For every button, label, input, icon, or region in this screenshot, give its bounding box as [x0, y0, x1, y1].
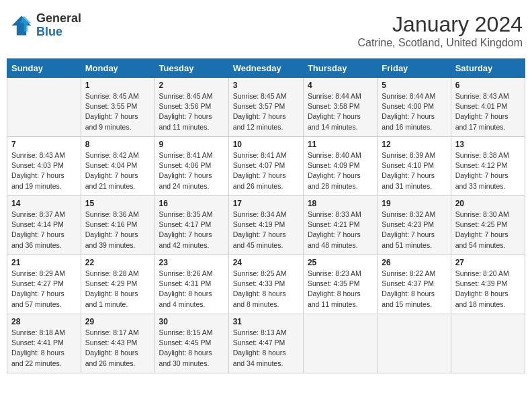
day-number: 6 [455, 81, 521, 90]
calendar-cell: 9Sunrise: 8:41 AMSunset: 4:06 PMDaylight… [154, 137, 228, 196]
day-info: Sunrise: 8:26 AMSunset: 4:31 PMDaylight:… [159, 269, 224, 310]
logo-text: General Blue [36, 12, 81, 39]
day-number: 21 [11, 258, 77, 267]
calendar-cell: 14Sunrise: 8:37 AMSunset: 4:14 PMDayligh… [7, 196, 81, 255]
calendar-cell: 6Sunrise: 8:43 AMSunset: 4:01 PMDaylight… [451, 78, 525, 137]
calendar-cell: 1Sunrise: 8:45 AMSunset: 3:55 PMDaylight… [81, 78, 154, 137]
calendar-cell: 16Sunrise: 8:35 AMSunset: 4:17 PMDayligh… [154, 196, 228, 255]
calendar-cell: 25Sunrise: 8:23 AMSunset: 4:35 PMDayligh… [303, 255, 377, 314]
day-info: Sunrise: 8:13 AMSunset: 4:47 PMDaylight:… [233, 328, 299, 369]
calendar-cell: 26Sunrise: 8:22 AMSunset: 4:37 PMDayligh… [378, 255, 451, 314]
header-row: SundayMondayTuesdayWednesdayThursdayFrid… [7, 59, 525, 78]
location-title: Catrine, Scotland, United Kingdom [358, 37, 523, 49]
day-number: 11 [308, 140, 373, 149]
calendar-cell: 13Sunrise: 8:38 AMSunset: 4:12 PMDayligh… [451, 137, 525, 196]
day-number: 13 [455, 140, 521, 149]
svg-marker-0 [12, 15, 32, 35]
calendar-cell: 27Sunrise: 8:20 AMSunset: 4:39 PMDayligh… [451, 255, 525, 314]
calendar-cell: 7Sunrise: 8:43 AMSunset: 4:03 PMDaylight… [7, 137, 81, 196]
day-info: Sunrise: 8:28 AMSunset: 4:29 PMDaylight:… [85, 269, 150, 310]
day-info: Sunrise: 8:22 AMSunset: 4:37 PMDaylight:… [382, 269, 446, 310]
day-number: 2 [159, 81, 224, 90]
day-number: 25 [308, 258, 373, 267]
week-row-2: 7Sunrise: 8:43 AMSunset: 4:03 PMDaylight… [7, 137, 525, 196]
day-number: 15 [85, 199, 150, 208]
calendar-cell: 8Sunrise: 8:42 AMSunset: 4:04 PMDaylight… [81, 137, 154, 196]
calendar-cell: 12Sunrise: 8:39 AMSunset: 4:10 PMDayligh… [378, 137, 451, 196]
day-info: Sunrise: 8:39 AMSunset: 4:10 PMDaylight:… [382, 150, 446, 191]
logo-blue-text: Blue [36, 26, 81, 39]
day-info: Sunrise: 8:30 AMSunset: 4:25 PMDaylight:… [455, 210, 521, 250]
day-number: 3 [233, 81, 299, 90]
day-info: Sunrise: 8:41 AMSunset: 4:06 PMDaylight:… [159, 150, 224, 191]
day-info: Sunrise: 8:45 AMSunset: 3:57 PMDaylight:… [233, 91, 299, 132]
day-number: 19 [382, 199, 446, 208]
calendar-cell [7, 78, 81, 137]
calendar-cell: 11Sunrise: 8:40 AMSunset: 4:09 PMDayligh… [303, 137, 377, 196]
calendar-table: SundayMondayTuesdayWednesdayThursdayFrid… [7, 58, 525, 373]
header-day-thursday: Thursday [303, 59, 377, 78]
calendar-cell: 18Sunrise: 8:33 AMSunset: 4:21 PMDayligh… [303, 196, 377, 255]
day-number: 31 [233, 317, 299, 326]
day-number: 20 [455, 199, 521, 208]
day-number: 10 [233, 140, 299, 149]
day-number: 27 [455, 258, 521, 267]
day-info: Sunrise: 8:37 AMSunset: 4:14 PMDaylight:… [11, 210, 77, 250]
week-row-1: 1Sunrise: 8:45 AMSunset: 3:55 PMDaylight… [7, 78, 525, 137]
calendar-cell: 15Sunrise: 8:36 AMSunset: 4:16 PMDayligh… [81, 196, 154, 255]
day-info: Sunrise: 8:29 AMSunset: 4:27 PMDaylight:… [11, 269, 77, 310]
day-info: Sunrise: 8:23 AMSunset: 4:35 PMDaylight:… [308, 269, 373, 310]
calendar-cell: 22Sunrise: 8:28 AMSunset: 4:29 PMDayligh… [81, 255, 154, 314]
calendar-cell: 28Sunrise: 8:18 AMSunset: 4:41 PMDayligh… [7, 314, 81, 373]
week-row-4: 21Sunrise: 8:29 AMSunset: 4:27 PMDayligh… [7, 255, 525, 314]
day-number: 4 [308, 81, 373, 90]
day-info: Sunrise: 8:42 AMSunset: 4:04 PMDaylight:… [85, 150, 150, 191]
day-number: 1 [85, 81, 150, 90]
header-day-tuesday: Tuesday [154, 59, 228, 78]
calendar-cell: 24Sunrise: 8:25 AMSunset: 4:33 PMDayligh… [228, 255, 303, 314]
page-header: General Blue January 2024 Catrine, Scotl… [7, 7, 525, 54]
week-row-5: 28Sunrise: 8:18 AMSunset: 4:41 PMDayligh… [7, 314, 525, 373]
calendar-cell: 20Sunrise: 8:30 AMSunset: 4:25 PMDayligh… [451, 196, 525, 255]
day-number: 24 [233, 258, 299, 267]
day-number: 17 [233, 199, 299, 208]
day-info: Sunrise: 8:25 AMSunset: 4:33 PMDaylight:… [233, 269, 299, 310]
day-number: 23 [159, 258, 224, 267]
day-info: Sunrise: 8:32 AMSunset: 4:23 PMDaylight:… [382, 210, 446, 250]
header-day-friday: Friday [378, 59, 451, 78]
day-info: Sunrise: 8:44 AMSunset: 4:00 PMDaylight:… [382, 91, 446, 132]
day-info: Sunrise: 8:41 AMSunset: 4:07 PMDaylight:… [233, 150, 299, 191]
calendar-header: SundayMondayTuesdayWednesdayThursdayFrid… [7, 59, 525, 78]
day-number: 30 [159, 317, 224, 326]
day-number: 9 [159, 140, 224, 149]
day-info: Sunrise: 8:43 AMSunset: 4:03 PMDaylight:… [11, 150, 77, 191]
day-number: 7 [11, 140, 77, 149]
day-info: Sunrise: 8:45 AMSunset: 3:56 PMDaylight:… [159, 91, 224, 132]
header-day-sunday: Sunday [7, 59, 81, 78]
calendar-cell: 21Sunrise: 8:29 AMSunset: 4:27 PMDayligh… [7, 255, 81, 314]
calendar-cell: 31Sunrise: 8:13 AMSunset: 4:47 PMDayligh… [228, 314, 303, 373]
calendar-cell: 23Sunrise: 8:26 AMSunset: 4:31 PMDayligh… [154, 255, 228, 314]
logo-general-text: General [36, 12, 81, 26]
header-day-monday: Monday [81, 59, 154, 78]
day-info: Sunrise: 8:20 AMSunset: 4:39 PMDaylight:… [455, 269, 521, 310]
calendar-cell: 4Sunrise: 8:44 AMSunset: 3:58 PMDaylight… [303, 78, 377, 137]
calendar-body: 1Sunrise: 8:45 AMSunset: 3:55 PMDaylight… [7, 78, 525, 373]
day-number: 12 [382, 140, 446, 149]
calendar-cell: 19Sunrise: 8:32 AMSunset: 4:23 PMDayligh… [378, 196, 451, 255]
day-number: 14 [11, 199, 77, 208]
day-info: Sunrise: 8:36 AMSunset: 4:16 PMDaylight:… [85, 210, 150, 250]
day-number: 8 [85, 140, 150, 149]
day-info: Sunrise: 8:40 AMSunset: 4:09 PMDaylight:… [308, 150, 373, 191]
day-number: 28 [11, 317, 77, 326]
day-number: 16 [159, 199, 224, 208]
header-day-wednesday: Wednesday [228, 59, 303, 78]
header-day-saturday: Saturday [451, 59, 525, 78]
logo: General Blue [9, 12, 81, 39]
week-row-3: 14Sunrise: 8:37 AMSunset: 4:14 PMDayligh… [7, 196, 525, 255]
calendar-cell [451, 314, 525, 373]
calendar-cell: 5Sunrise: 8:44 AMSunset: 4:00 PMDaylight… [378, 78, 451, 137]
day-number: 26 [382, 258, 446, 267]
day-info: Sunrise: 8:18 AMSunset: 4:41 PMDaylight:… [11, 328, 77, 369]
day-info: Sunrise: 8:15 AMSunset: 4:45 PMDaylight:… [159, 328, 224, 369]
